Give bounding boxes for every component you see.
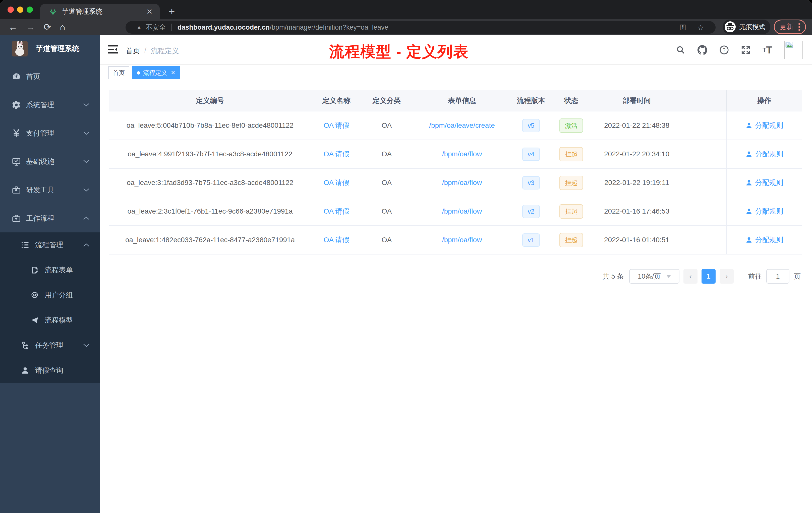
cell-definition-id: oa_leave:1:482ec033-762a-11ec-8477-a2380… <box>109 236 311 244</box>
new-tab-button[interactable]: + <box>169 5 175 18</box>
version-badge: v3 <box>522 176 540 189</box>
active-tag-dot <box>137 71 140 74</box>
cell-definition-name-link[interactable]: OA 请假 <box>311 149 361 159</box>
update-label[interactable]: 更新 <box>780 22 793 31</box>
site-favicon <box>49 8 57 15</box>
sidebar-item-2[interactable]: 系统管理 <box>0 91 100 119</box>
page-number-button[interactable]: 1 <box>701 269 716 283</box>
submenu-item-2[interactable]: 流程表单 <box>0 258 100 282</box>
submenu-item-3[interactable]: 用户分组 <box>0 282 100 308</box>
cell-form-link[interactable]: /bpm/oa/flow <box>412 150 512 158</box>
sidebar-item-label: 研发工具 <box>26 185 54 195</box>
sidebar: 芋道管理系统 首页系统管理支付管理基础设施研发工具工作流程 流程管理流程表单用户… <box>0 35 100 513</box>
app-title: 芋道管理系统 <box>36 44 79 54</box>
assign-rule-link[interactable]: 分配规则 <box>745 121 783 130</box>
submenu-item-1[interactable]: 流程管理 <box>0 233 100 258</box>
version-badge: v4 <box>522 148 540 161</box>
cell-form-link[interactable]: /bpm/oa/flow <box>412 236 512 244</box>
user-avatar[interactable] <box>784 41 802 59</box>
cell-definition-name-link[interactable]: OA 请假 <box>311 121 361 130</box>
cell-actions: 分配规则 <box>726 197 802 225</box>
cell-actions: 分配规则 <box>726 112 802 140</box>
home-icon[interactable]: ⌂ <box>60 22 65 32</box>
cell-status: 挂起 <box>550 204 592 219</box>
reload-icon[interactable]: ⟳ <box>44 22 51 32</box>
breadcrumb: 首页 / 流程定义 <box>126 46 179 56</box>
cell-status: 挂起 <box>550 147 592 161</box>
sidebar-item-1[interactable]: 首页 <box>0 62 100 91</box>
password-key-icon[interactable]: ⚿ <box>680 23 686 32</box>
tag-2[interactable]: 流程定义✕ <box>132 66 180 79</box>
cell-version: v1 <box>512 233 550 247</box>
bookmark-star-icon[interactable]: ☆ <box>697 23 704 32</box>
goto-page-input[interactable] <box>766 269 789 283</box>
cell-definition-id: oa_leave:4:991f2193-7b7f-11ec-a3c8-acde4… <box>109 150 311 158</box>
assign-rule-link[interactable]: 分配规则 <box>745 235 783 245</box>
cell-definition-id: oa_leave:2:3c1f0ef1-76b1-11ec-9c66-a2380… <box>109 207 311 215</box>
submenu-item-5[interactable]: 任务管理 <box>0 333 100 358</box>
assign-rule-link[interactable]: 分配规则 <box>745 178 783 187</box>
forward-icon[interactable]: → <box>26 22 35 32</box>
browser-tab[interactable]: 芋道管理系统 ✕ <box>40 4 160 19</box>
cell-deploy-time: 2022-01-22 21:48:38 <box>592 121 681 129</box>
sidebar-logo[interactable]: 芋道管理系统 <box>0 35 100 62</box>
url-path: /bpm/manager/definition?key=oa_leave <box>270 24 388 31</box>
cell-version: v3 <box>512 176 550 189</box>
dashboard-icon <box>11 71 21 82</box>
prev-page-button[interactable]: ‹ <box>684 269 697 283</box>
page-size-select[interactable]: 10条/页 <box>629 269 679 283</box>
cell-definition-name-link[interactable]: OA 请假 <box>311 207 361 216</box>
sidebar-item-6[interactable]: 工作流程 <box>0 204 100 233</box>
cell-form-link[interactable]: /bpm/oa/leave/create <box>412 121 512 129</box>
fullscreen-icon[interactable] <box>741 45 751 55</box>
not-secure-label: 不安全 <box>146 23 166 32</box>
cell-form-link[interactable]: /bpm/oa/flow <box>412 207 512 215</box>
traffic-close-button[interactable] <box>7 6 14 13</box>
search-icon[interactable] <box>676 46 685 55</box>
next-page-button[interactable]: › <box>720 269 734 283</box>
back-icon[interactable]: ← <box>8 22 18 32</box>
submenu-item-6[interactable]: 请假查询 <box>0 358 100 383</box>
status-badge: 挂起 <box>559 233 583 247</box>
yen-icon <box>11 128 21 138</box>
status-badge: 激活 <box>559 118 583 133</box>
assign-rule-link[interactable]: 分配规则 <box>745 149 783 159</box>
status-badge: 挂起 <box>559 176 583 190</box>
traffic-minimize-button[interactable] <box>17 6 23 13</box>
address-bar[interactable]: ▲ 不安全 dashboard.yudao.iocoder.cn/bpm/man… <box>125 21 716 34</box>
form-edit-icon <box>30 265 40 275</box>
chrome-update-button[interactable]: 更新 <box>774 20 806 34</box>
chevron-down-icon <box>666 275 671 278</box>
help-icon[interactable]: ? <box>719 45 729 55</box>
submenu-item-4[interactable]: 流程模型 <box>0 308 100 333</box>
sidebar-submenu: 流程管理流程表单用户分组流程模型任务管理请假查询 <box>0 233 100 383</box>
font-size-icon[interactable]: TT <box>762 44 772 56</box>
sidebar-item-5[interactable]: 研发工具 <box>0 176 100 204</box>
broken-avatar-image <box>784 41 803 59</box>
cell-version: v2 <box>512 205 550 218</box>
traffic-zoom-button[interactable] <box>27 6 33 13</box>
list-tree-icon <box>20 240 30 250</box>
version-badge: v1 <box>522 233 540 247</box>
table-header-cell: 定义编号 <box>109 96 311 105</box>
cell-actions: 分配规则 <box>726 226 802 254</box>
kebab-menu-icon[interactable] <box>799 23 800 31</box>
sidebar-item-3[interactable]: 支付管理 <box>0 119 100 147</box>
person-icon <box>20 365 30 375</box>
cell-definition-name-link[interactable]: OA 请假 <box>311 235 361 245</box>
breadcrumb-home[interactable]: 首页 <box>126 46 140 56</box>
tag-1[interactable]: 首页 <box>108 66 129 79</box>
sidebar-item-4[interactable]: 基础设施 <box>0 147 100 176</box>
cell-form-link[interactable]: /bpm/oa/flow <box>412 179 512 187</box>
tab-close-icon[interactable]: ✕ <box>146 7 153 16</box>
assign-rule-link[interactable]: 分配规则 <box>745 207 783 216</box>
tag-close-icon[interactable]: ✕ <box>171 69 175 76</box>
warning-icon: ▲ <box>136 24 142 31</box>
pagination: 共 5 条 10条/页 ‹ 1 › 前往 页 <box>603 269 801 283</box>
assign-rule-label: 分配规则 <box>755 235 783 245</box>
cell-definition-name-link[interactable]: OA 请假 <box>311 178 361 187</box>
table-row-1: oa_leave:5:004b710b-7b8a-11ec-8ef0-acde4… <box>109 112 802 140</box>
github-icon[interactable] <box>697 45 707 55</box>
cell-category: OA <box>361 179 412 187</box>
sidebar-fold-icon[interactable] <box>108 45 118 54</box>
